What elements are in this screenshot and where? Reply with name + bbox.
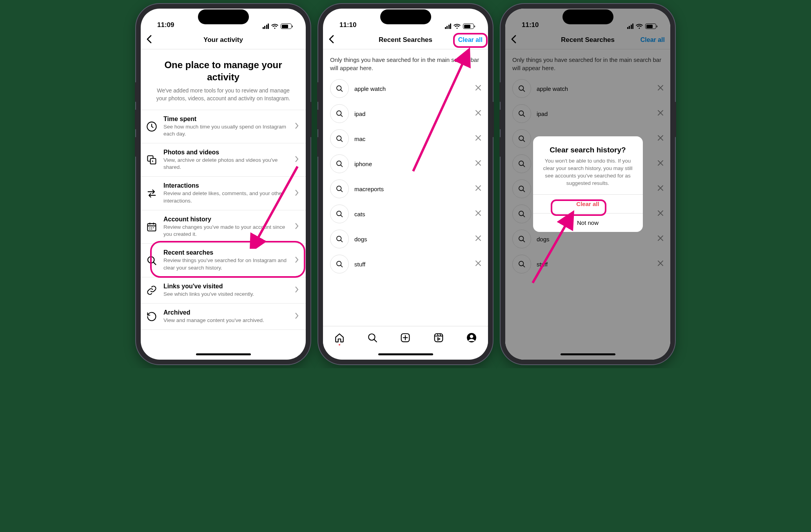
tab-search[interactable] [367, 332, 378, 343]
status-time: 11:10 [339, 21, 356, 29]
search-row[interactable]: mac [323, 126, 488, 151]
search-label: cats [354, 211, 470, 217]
menu-desc: Review things you've searched for on Ins… [163, 257, 289, 271]
menu-item-time-spent[interactable]: Time spentSee how much time you usually … [141, 110, 306, 143]
search-row[interactable]: ipad [323, 101, 488, 126]
dialog-body: You won't be able to undo this. If you c… [541, 157, 635, 187]
chevron-right-icon [295, 257, 299, 264]
search-icon [330, 154, 349, 173]
archive-icon [146, 311, 157, 322]
content-area[interactable]: Only things you have searched for in the… [323, 49, 488, 326]
confirm-dialog: Clear search history? You won't be able … [533, 136, 643, 232]
intro-block: One place to manage your activity We've … [141, 49, 306, 110]
remove-search-button[interactable] [475, 110, 481, 117]
menu-desc: Review changes you've made to your accou… [163, 224, 289, 238]
dynamic-island [198, 9, 249, 24]
chevron-right-icon [295, 123, 299, 130]
remove-search-button[interactable] [475, 261, 481, 268]
remove-search-button[interactable] [475, 85, 481, 92]
phone-frame-1: 11:09 Your activity One place to manage … [136, 4, 310, 364]
search-icon [330, 104, 349, 123]
search-label: stuff [354, 261, 470, 268]
dynamic-island [562, 9, 613, 24]
menu-title: Time spent [163, 116, 289, 123]
menu-title: Archived [163, 309, 289, 316]
search-row[interactable]: dogs [323, 226, 488, 252]
search-label: dogs [354, 236, 470, 242]
remove-search-button[interactable] [475, 185, 481, 192]
cellular-icon [445, 24, 452, 29]
menu-item-recent-searches[interactable]: Recent searchesReview things you've sear… [141, 243, 306, 277]
svg-point-14 [369, 334, 375, 340]
intro-title: One place to manage your activity [152, 59, 295, 83]
svg-rect-16 [434, 333, 443, 342]
search-row[interactable]: cats [323, 201, 488, 226]
search-row[interactable]: macreports [323, 176, 488, 201]
remove-search-button[interactable] [475, 210, 481, 217]
back-button[interactable] [146, 35, 152, 45]
tab-home[interactable] [334, 332, 345, 343]
remove-search-button[interactable] [475, 160, 481, 167]
menu-title: Recent searches [163, 249, 289, 256]
clear-all-button[interactable]: Clear all [458, 36, 483, 43]
battery-icon [281, 24, 292, 29]
menu-item-links-visited[interactable]: Links you've visitedSee which links you'… [141, 277, 306, 303]
home-indicator[interactable] [323, 349, 488, 360]
menu-desc: View, archive or delete photos and video… [163, 157, 289, 171]
content-area[interactable]: One place to manage your activity We've … [141, 49, 306, 349]
search-label: apple watch [354, 85, 470, 92]
status-icons [445, 24, 474, 29]
page-header: Your activity [141, 31, 306, 49]
menu-item-photos-videos[interactable]: Photos and videosView, archive or delete… [141, 143, 306, 176]
intro-desc: We've added more tools for you to review… [152, 87, 295, 102]
battery-icon [463, 24, 474, 29]
search-icon [330, 179, 349, 198]
menu-title: Photos and videos [163, 149, 289, 156]
search-row[interactable]: apple watch [323, 76, 488, 101]
search-icon [330, 255, 349, 273]
menu-item-interactions[interactable]: InteractionsReview and delete likes, com… [141, 176, 306, 210]
status-icons [263, 24, 292, 29]
search-icon [146, 255, 157, 266]
search-label: iphone [354, 161, 470, 167]
page-header: Recent Searches Clear all [323, 31, 488, 49]
tab-reels[interactable] [433, 332, 444, 343]
header-title: Recent Searches [379, 36, 432, 44]
phone-frame-3: 11:10 Recent Searches Clear all Only thi… [501, 4, 675, 364]
menu-title: Interactions [163, 182, 289, 189]
tab-create[interactable] [400, 332, 411, 343]
tab-bar [323, 326, 488, 349]
menu-desc: View and manage content you've archived. [163, 317, 289, 324]
remove-search-button[interactable] [475, 235, 481, 242]
chevron-right-icon [295, 223, 299, 231]
search-icon [330, 79, 349, 98]
dialog-confirm-button[interactable]: Clear all [533, 194, 643, 213]
clock-icon [146, 121, 157, 132]
media-icon [146, 154, 157, 165]
link-icon [146, 285, 157, 296]
menu-desc: See how much time you usually spend on I… [163, 123, 289, 138]
back-button[interactable] [328, 35, 334, 45]
svg-point-18 [470, 335, 474, 338]
search-label: ipad [354, 110, 470, 117]
calendar-icon [146, 221, 157, 232]
dialog-cancel-button[interactable]: Not now [533, 213, 643, 232]
svg-rect-3 [148, 224, 156, 231]
wifi-icon [454, 24, 461, 29]
chevron-right-icon [295, 313, 299, 320]
remove-search-button[interactable] [475, 135, 481, 142]
tab-profile[interactable] [466, 332, 477, 343]
wifi-icon [271, 24, 278, 29]
swap-icon [146, 188, 157, 199]
search-row[interactable]: iphone [323, 151, 488, 176]
search-icon [330, 230, 349, 248]
menu-item-archived[interactable]: ArchivedView and manage content you've a… [141, 303, 306, 330]
chevron-right-icon [295, 286, 299, 294]
home-indicator[interactable] [141, 349, 306, 360]
menu-item-account-history[interactable]: Account historyReview changes you've mad… [141, 210, 306, 243]
search-label: macreports [354, 186, 470, 192]
screen-3: 11:10 Recent Searches Clear all Only thi… [505, 9, 670, 360]
info-text: Only things you have searched for in the… [323, 49, 488, 76]
search-row[interactable]: stuff [323, 252, 488, 277]
search-label: mac [354, 136, 470, 142]
